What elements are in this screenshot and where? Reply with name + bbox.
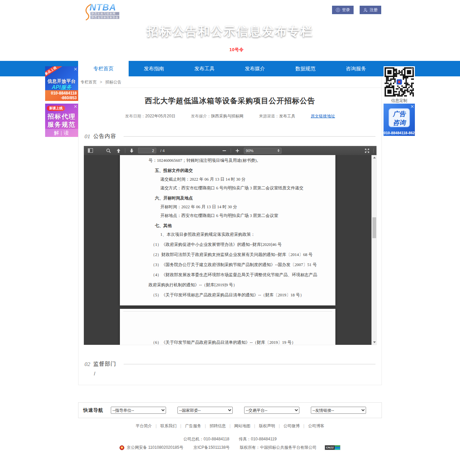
ad-consult-close-icon[interactable]: × — [410, 104, 414, 109]
tab-data-standards[interactable]: 数据规范 — [280, 61, 331, 76]
section2-title: 监督部门 — [93, 361, 116, 368]
footer-copyright: 版权所有：中国招标公共服务平台有限公司 — [240, 445, 317, 450]
article-title: 西北大学超低温冰箱等设备采购项目公开招标公告 — [78, 96, 382, 106]
footer-beian2[interactable]: 京ICP备15011138号 — [193, 445, 230, 450]
pdf-page-2: （6）《关于印发节能产品政府采购品目清单的通知》--（财库〔2019〕19 号） — [120, 309, 335, 345]
ad-api-service[interactable]: 新品上线 × 信息开放平台 API服务 010-88484118 -860/85… — [45, 66, 78, 101]
pdf-line: （4）《财政部发展改革委生态环境部市场监督总局关于调整优化节能产品、环境标志产品 — [151, 272, 335, 278]
search-icon[interactable] — [105, 147, 112, 154]
register-button[interactable]: 注册 — [360, 6, 381, 14]
section1-title: 公告内容 — [93, 133, 116, 140]
footer-link-ads[interactable]: 广告服务 — [185, 424, 201, 428]
pdf-heading: 五、投标文件的递交 — [155, 168, 335, 174]
footer-link-about[interactable]: 平台简介 — [136, 424, 152, 428]
pdf-line: （1）《政府采购促进中小企业发展管理办法》的通知--财库[2020]46 号 — [151, 242, 335, 248]
quick-nav-bar: 快速导航 --指导单位-- --国家部委-- --交易平台-- --友情链接-- — [78, 402, 382, 418]
register-label: 注册 — [370, 7, 378, 13]
ad-course-line1: 招标代理 — [45, 112, 78, 121]
footer: 平台简介|联系我们|广告服务|招聘信息|网站地图|版权声明|公司微博|公司博客 … — [0, 423, 460, 450]
pdf-canvas[interactable]: 号：102460065607；转账时须注明项目编号及用途(标书费)。 五、投标文… — [84, 155, 376, 345]
dropdown-friendly-links[interactable]: --友情链接-- — [311, 407, 366, 414]
meta-publish-media: 发布媒介：陕西采购与招标网 — [191, 113, 243, 119]
scroll-down-icon[interactable] — [372, 340, 376, 345]
tab-consult-service[interactable]: 咨询服务 — [331, 61, 381, 76]
ad-course-footer: 解|读 — [45, 129, 78, 137]
zoom-level-select[interactable]: 90% — [244, 148, 282, 154]
site-name: 陕西采购与招标网 — [126, 3, 187, 12]
footer-beian1[interactable]: 京公网安备 11010802020185号 — [127, 445, 184, 450]
qr-code: × — [384, 66, 415, 98]
pdf-scrollbar[interactable] — [371, 155, 376, 345]
tab-column-home[interactable]: 专栏首页 — [78, 61, 129, 76]
banner-sub-decree: 10号令 — [229, 47, 243, 52]
pdf-line: 1、本次项目参照政府采购规定落实政府采购政策： — [160, 232, 335, 237]
page-up-icon[interactable] — [115, 147, 122, 154]
cnzz-badge[interactable]: CNZZ — [325, 445, 340, 450]
dropdown-national-ministries[interactable]: --国家部委-- — [177, 407, 233, 414]
nav-menu: 专栏首页 发布指南 发布工具 发布媒介 数据规范 咨询服务 — [78, 61, 382, 76]
section-announcement-header: 01 公告内容 — [85, 133, 375, 140]
dropdown-guidance-units[interactable]: --指导单位-- — [111, 407, 166, 414]
ad-consult-panel: 广告 咨询 — [389, 108, 410, 127]
pdf-heading: 六、开标时间及地点 — [155, 195, 335, 201]
banner-title: 招标公告和公示信息发布专栏 — [0, 24, 460, 39]
ad-consult-phone: 010-88484118-862 — [384, 131, 415, 135]
logo-subline-1: 陕西采购与招标网 — [90, 12, 120, 15]
banner-sub-pre: 《招标公告和公示信息发布管理办法》（国家发改委第 — [120, 47, 229, 52]
section1-number: 01 — [85, 133, 90, 140]
breadcrumb-home[interactable]: 专栏首页 — [80, 80, 97, 84]
fullscreen-icon[interactable] — [363, 147, 371, 154]
page-down-icon[interactable] — [128, 147, 135, 154]
footer-link-contact[interactable]: 联系我们 — [160, 424, 176, 428]
pdf-page-1: 号：102460065607；转账时须注明项目编号及用途(标书费)。 五、投标文… — [120, 155, 335, 305]
footer-link-jobs[interactable]: 招聘信息 — [209, 424, 226, 428]
sidebar-toggle-icon[interactable] — [87, 147, 94, 154]
tab-publish-tools[interactable]: 发布工具 — [179, 61, 230, 76]
pdf-line: （3）《国务院办公厅关于建立政府强制采购节能产品制度的通知》--国办发〔2007… — [151, 262, 335, 268]
pdf-viewer: / 4 90% — [84, 146, 376, 345]
footer-link-sitemap[interactable]: 网站地图 — [234, 424, 251, 428]
footer-legal: 京公网安备 11010802020185号 京ICP备15011138号 版权所… — [0, 445, 460, 450]
site-logo[interactable]: NTBA 陕西采购与招标网 陕西省招标投标协会 陕西采购与招标网 陕西采购与招标… — [85, 3, 187, 19]
pdf-line: 开标时间：2022 年 06 月 13 日 14 时 30 分 — [160, 204, 335, 210]
footer-link-blog[interactable]: 公司博客 — [308, 424, 324, 428]
original-link[interactable]: 原文链接地址 — [311, 113, 335, 119]
tab-publish-guide[interactable]: 发布指南 — [129, 61, 179, 76]
police-emblem-icon — [120, 445, 124, 450]
footer-link-weibo[interactable]: 公司微博 — [284, 424, 300, 428]
breadcrumb-current[interactable]: 招标公告 — [105, 80, 122, 84]
dropdown-trading-platforms[interactable]: --交易平台-- — [244, 407, 299, 414]
footer-link-copyright[interactable]: 版权声明 — [259, 424, 275, 428]
zoom-out-icon[interactable] — [221, 147, 228, 154]
ad-course-close-icon[interactable]: × — [73, 104, 77, 109]
banner-sub-close: ） — [244, 47, 249, 52]
banner-subtitle: 《招标公告和公示信息发布管理办法》（国家发改委第10号令）《招标公告和公示数据接… — [0, 47, 460, 53]
section2-rule — [124, 364, 375, 364]
register-user-icon — [363, 8, 368, 12]
pdf-toolbar: / 4 90% — [84, 146, 376, 155]
cnzz-stripes-icon — [335, 445, 340, 450]
pdf-line: 开标地点：西安市红缨路南口 6 号均明拍卖广场 3 层第二会议室 — [160, 213, 335, 219]
quick-nav-label: 快速导航 — [83, 407, 103, 413]
qr-caption: 信息定制 — [384, 98, 415, 104]
login-button[interactable]: 登录 — [332, 6, 354, 14]
qr-close-icon[interactable]: × — [410, 66, 415, 71]
pdf-heading: 七、其他 — [155, 223, 335, 229]
ad-consult[interactable]: × 广告 咨询 010-88484118-862 — [384, 104, 415, 136]
pdf-line: 递交截止时间：2022 年 06 月 13 日 14 时 30 分 — [160, 177, 335, 182]
breadcrumb-separator: > — [100, 80, 102, 84]
zoom-in-icon[interactable] — [234, 147, 241, 154]
pdf-line: （6）《关于印发节能产品政府采购品目清单的通知》--（财库〔2019〕19 号） — [151, 340, 335, 345]
scrollbar-thumb[interactable] — [372, 217, 376, 238]
scroll-up-icon[interactable] — [372, 155, 376, 160]
logo-mark-icon: NTBA 陕西采购与招标网 陕西省招标投标协会 — [85, 3, 123, 19]
ad-api-close-icon[interactable]: × — [73, 67, 77, 71]
banner-sub-post: 《招标公告和公示数据接口规范》试行 — [262, 47, 340, 52]
page-number-input[interactable] — [138, 148, 156, 153]
tab-publish-media[interactable]: 发布媒介 — [230, 61, 280, 76]
supervision-content: / — [94, 371, 95, 376]
ad-agency-course[interactable]: 新课上线 × 招标代理 服务规范 解|读 — [45, 104, 78, 137]
login-user-icon — [336, 8, 340, 12]
logo-acronym: NTBA — [90, 2, 116, 13]
logo-subline-2: 陕西省招标投标协会 — [90, 15, 120, 19]
